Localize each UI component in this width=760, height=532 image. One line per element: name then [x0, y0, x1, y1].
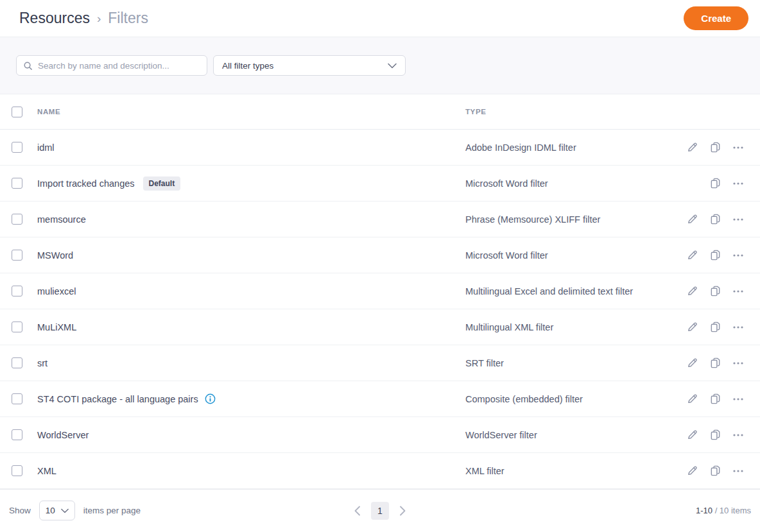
more-actions-button[interactable] [727, 172, 750, 195]
filter-type: SRT filter [465, 358, 680, 368]
column-header-name: NAME [37, 108, 465, 116]
filter-type: Microsoft Word filter [465, 178, 680, 189]
filter-type: Multilingual Excel and delimited text fi… [465, 286, 680, 296]
more-actions-button[interactable] [727, 280, 750, 303]
filter-bar: All filter types [0, 37, 760, 94]
table-row: MuLiXML Multilingual XML filter [0, 309, 760, 345]
table-row: memsource Phrase (Memsource) XLIFF filte… [0, 202, 760, 237]
range-current: 1-10 [696, 506, 712, 515]
filter-name[interactable]: memsource [37, 214, 86, 225]
chevron-down-icon [388, 63, 397, 69]
duplicate-button[interactable] [704, 316, 727, 339]
table-body: idml Adobe InDesign IDML filter [0, 130, 760, 489]
filter-type: Microsoft Word filter [465, 250, 680, 261]
table-row: srt SRT filter [0, 345, 760, 381]
page-size-value: 10 [46, 506, 55, 515]
show-label: Show [9, 506, 31, 515]
row-checkbox[interactable] [12, 357, 22, 368]
range-total: / 10 items [712, 506, 751, 515]
table-row: ST4 COTI package - all language pairs Co… [0, 381, 760, 417]
row-checkbox[interactable] [12, 250, 22, 261]
table-row: WorldServer WorldServer filter [0, 417, 760, 453]
duplicate-button[interactable] [704, 352, 727, 375]
search-box[interactable] [16, 55, 207, 76]
filter-name[interactable]: MSWord [37, 250, 73, 261]
filter-type-select[interactable]: All filter types [213, 55, 406, 76]
row-checkbox[interactable] [12, 393, 22, 404]
duplicate-button[interactable] [704, 280, 727, 303]
filter-name[interactable]: XML [37, 466, 56, 476]
filter-type: Phrase (Memsource) XLIFF filter [465, 214, 680, 225]
row-checkbox[interactable] [12, 178, 22, 189]
filter-type: Multilingual XML filter [465, 322, 680, 332]
row-checkbox[interactable] [12, 286, 22, 296]
filter-name[interactable]: WorldServer [37, 430, 89, 440]
filter-type: WorldServer filter [465, 430, 680, 440]
row-checkbox[interactable] [12, 429, 22, 440]
row-checkbox[interactable] [12, 142, 22, 153]
edit-button[interactable] [680, 388, 704, 411]
filter-name[interactable]: muliexcel [37, 286, 76, 296]
row-checkbox[interactable] [12, 322, 22, 332]
more-actions-button[interactable] [727, 244, 750, 267]
info-icon[interactable] [205, 393, 216, 404]
page-header: Resources › Filters Create [0, 0, 760, 37]
edit-button[interactable] [680, 424, 704, 447]
next-page-button[interactable] [397, 503, 408, 519]
duplicate-button[interactable] [704, 136, 727, 159]
filter-type-value: All filter types [222, 61, 273, 71]
page-size-select[interactable]: 10 [39, 501, 75, 520]
table-header: NAME TYPE [0, 94, 760, 130]
table-row: XML XML filter [0, 453, 760, 489]
duplicate-button[interactable] [704, 244, 727, 267]
create-button[interactable]: Create [684, 6, 748, 30]
page-number-button[interactable]: 1 [371, 502, 389, 520]
edit-button[interactable] [680, 316, 704, 339]
table-row: MSWord Microsoft Word filter [0, 237, 760, 273]
more-actions-button[interactable] [727, 424, 750, 447]
search-icon [23, 61, 33, 71]
more-actions-button[interactable] [727, 352, 750, 375]
edit-button[interactable] [680, 208, 704, 231]
breadcrumb-resources[interactable]: Resources [19, 10, 90, 27]
filter-name[interactable]: srt [37, 358, 48, 368]
filter-name[interactable]: Import tracked changes [37, 178, 135, 189]
select-all-checkbox[interactable] [12, 107, 22, 117]
edit-button[interactable] [680, 136, 704, 159]
edit-button[interactable] [680, 459, 704, 483]
filter-type: Composite (embedded) filter [465, 394, 680, 404]
edit-button[interactable] [680, 352, 704, 375]
pager: 1 [352, 502, 408, 520]
duplicate-button[interactable] [704, 424, 727, 447]
filter-type: Adobe InDesign IDML filter [465, 142, 680, 153]
more-actions-button[interactable] [727, 459, 750, 483]
breadcrumb: Resources › Filters [19, 10, 148, 27]
duplicate-button[interactable] [704, 208, 727, 231]
table-row: Import tracked changes Default Microsoft… [0, 166, 760, 202]
edit-button[interactable] [680, 244, 704, 267]
duplicate-button[interactable] [704, 459, 727, 483]
search-input[interactable] [38, 61, 200, 71]
per-page-label: items per page [83, 506, 141, 515]
filter-name[interactable]: idml [37, 142, 55, 153]
breadcrumb-separator: › [90, 12, 108, 26]
more-actions-button[interactable] [727, 388, 750, 411]
items-range: 1-10 / 10 items [696, 506, 751, 515]
more-actions-button[interactable] [727, 208, 750, 231]
prev-page-button[interactable] [352, 503, 363, 519]
row-checkbox[interactable] [12, 465, 22, 476]
row-checkbox[interactable] [12, 214, 22, 225]
more-actions-button[interactable] [727, 316, 750, 339]
column-header-type: TYPE [465, 108, 680, 116]
duplicate-button[interactable] [704, 388, 727, 411]
filter-name[interactable]: MuLiXML [37, 322, 76, 332]
duplicate-button[interactable] [704, 172, 727, 195]
chevron-down-icon [61, 508, 69, 513]
edit-button[interactable] [680, 280, 704, 303]
filter-name[interactable]: ST4 COTI package - all language pairs [37, 394, 198, 404]
breadcrumb-filters: Filters [108, 10, 148, 27]
table-row: muliexcel Multilingual Excel and delimit… [0, 273, 760, 309]
default-badge: Default [143, 176, 181, 191]
pagination-footer: Show 10 items per page 1 1-10 / 10 items [0, 489, 760, 531]
more-actions-button[interactable] [727, 136, 750, 159]
